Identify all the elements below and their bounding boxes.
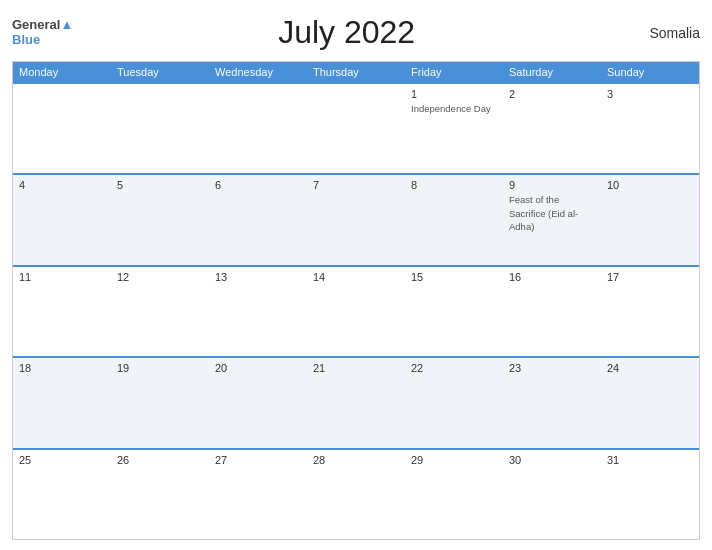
calendar-week-2: 4 5 6 7 8 9 Feast of the Sacrifice (Eid … [13, 173, 699, 264]
day-number: 31 [607, 454, 693, 466]
cell-jul-14: 14 [307, 267, 405, 356]
cell-jul-10: 10 [601, 175, 699, 264]
day-number: 9 [509, 179, 595, 191]
calendar-title: July 2022 [73, 14, 620, 51]
cell-jul-11: 11 [13, 267, 111, 356]
header-saturday: Saturday [503, 62, 601, 82]
cell-jul-8: 8 [405, 175, 503, 264]
cell-jul-23: 23 [503, 358, 601, 447]
cell-jul-2: 2 [503, 84, 601, 173]
day-number: 20 [215, 362, 301, 374]
cell-jul-17: 17 [601, 267, 699, 356]
cell-jul-25: 25 [13, 450, 111, 539]
calendar-header: Monday Tuesday Wednesday Thursday Friday… [13, 62, 699, 82]
day-number: 13 [215, 271, 301, 283]
cell-jul-21: 21 [307, 358, 405, 447]
day-number: 10 [607, 179, 693, 191]
cell-jul-16: 16 [503, 267, 601, 356]
day-number: 24 [607, 362, 693, 374]
event-eid: Feast of the Sacrifice (Eid al-Adha) [509, 194, 578, 232]
logo: General ▲ Blue [12, 18, 73, 47]
cell-jul-19: 19 [111, 358, 209, 447]
cell-jul-27: 27 [209, 450, 307, 539]
logo-blue-text: Blue [12, 32, 40, 47]
cell-jul-5: 5 [111, 175, 209, 264]
day-number: 3 [607, 88, 693, 100]
cell-jul-24: 24 [601, 358, 699, 447]
day-number: 28 [313, 454, 399, 466]
header-tuesday: Tuesday [111, 62, 209, 82]
day-number: 27 [215, 454, 301, 466]
day-number: 1 [411, 88, 497, 100]
day-number: 6 [215, 179, 301, 191]
calendar-body: 1 Independence Day 2 3 4 5 6 [13, 82, 699, 539]
day-number: 18 [19, 362, 105, 374]
cell-jul-13: 13 [209, 267, 307, 356]
cell-jul-6: 6 [209, 175, 307, 264]
day-number: 30 [509, 454, 595, 466]
header-friday: Friday [405, 62, 503, 82]
day-number: 4 [19, 179, 105, 191]
cell-empty-1 [13, 84, 111, 173]
day-number: 21 [313, 362, 399, 374]
logo-general-text: General [12, 18, 60, 31]
cell-jul-15: 15 [405, 267, 503, 356]
day-number: 2 [509, 88, 595, 100]
cell-jul-30: 30 [503, 450, 601, 539]
cell-jul-18: 18 [13, 358, 111, 447]
day-number: 19 [117, 362, 203, 374]
cell-jul-3: 3 [601, 84, 699, 173]
cell-jul-29: 29 [405, 450, 503, 539]
cell-empty-4 [307, 84, 405, 173]
day-number: 5 [117, 179, 203, 191]
day-number: 7 [313, 179, 399, 191]
cell-jul-26: 26 [111, 450, 209, 539]
day-number: 11 [19, 271, 105, 283]
day-number: 8 [411, 179, 497, 191]
day-number: 25 [19, 454, 105, 466]
cell-jul-9: 9 Feast of the Sacrifice (Eid al-Adha) [503, 175, 601, 264]
calendar-week-4: 18 19 20 21 22 23 24 [13, 356, 699, 447]
country-label: Somalia [620, 25, 700, 41]
day-number: 22 [411, 362, 497, 374]
day-number: 29 [411, 454, 497, 466]
day-number: 14 [313, 271, 399, 283]
calendar: Monday Tuesday Wednesday Thursday Friday… [12, 61, 700, 540]
cell-jul-12: 12 [111, 267, 209, 356]
cell-jul-28: 28 [307, 450, 405, 539]
cell-empty-3 [209, 84, 307, 173]
cell-jul-1: 1 Independence Day [405, 84, 503, 173]
event-independence-day: Independence Day [411, 103, 491, 114]
header-sunday: Sunday [601, 62, 699, 82]
day-number: 15 [411, 271, 497, 283]
header-wednesday: Wednesday [209, 62, 307, 82]
header: General ▲ Blue July 2022 Somalia [12, 10, 700, 55]
day-number: 12 [117, 271, 203, 283]
logo-caret-icon: ▲ [60, 18, 73, 31]
day-number: 16 [509, 271, 595, 283]
cell-jul-20: 20 [209, 358, 307, 447]
cell-jul-7: 7 [307, 175, 405, 264]
page: General ▲ Blue July 2022 Somalia Monday … [0, 0, 712, 550]
calendar-week-3: 11 12 13 14 15 16 17 [13, 265, 699, 356]
cell-jul-22: 22 [405, 358, 503, 447]
day-number: 17 [607, 271, 693, 283]
header-monday: Monday [13, 62, 111, 82]
cell-jul-4: 4 [13, 175, 111, 264]
cell-jul-31: 31 [601, 450, 699, 539]
calendar-week-1: 1 Independence Day 2 3 [13, 82, 699, 173]
day-number: 23 [509, 362, 595, 374]
header-thursday: Thursday [307, 62, 405, 82]
day-number: 26 [117, 454, 203, 466]
calendar-week-5: 25 26 27 28 29 30 31 [13, 448, 699, 539]
cell-empty-2 [111, 84, 209, 173]
